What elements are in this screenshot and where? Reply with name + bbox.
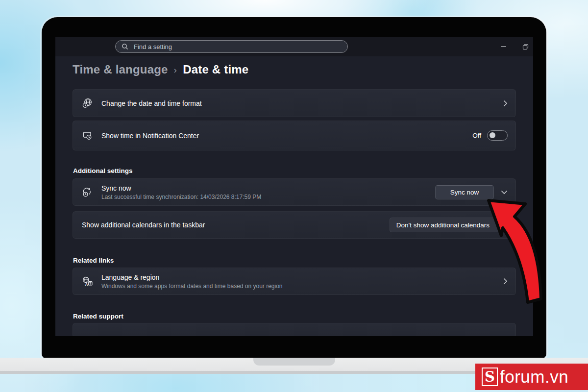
notification-clock-icon bbox=[81, 130, 94, 141]
setting-subtitle: Windows and some apps format dates and t… bbox=[101, 283, 503, 290]
titlebar bbox=[55, 37, 533, 56]
chevron-down-icon[interactable] bbox=[501, 190, 508, 195]
section-header-additional-settings: Additional settings bbox=[73, 167, 516, 174]
language-globe-icon: A bbox=[81, 276, 94, 287]
sforum-logo-text: forum.vn bbox=[500, 367, 568, 387]
chevron-right-icon bbox=[503, 100, 508, 107]
setting-row-notification-center: Show time in Notification Center Off bbox=[73, 121, 516, 150]
minimize-button[interactable] bbox=[500, 43, 508, 50]
toggle-group: Off bbox=[472, 130, 508, 141]
settings-window: Time & language › Date & time bbox=[55, 37, 533, 336]
breadcrumb-parent[interactable]: Time & language bbox=[73, 63, 168, 76]
sync-actions: Sync now bbox=[435, 185, 508, 199]
setting-row-calendars: Show additional calendars in the taskbar… bbox=[73, 211, 516, 239]
setting-label-group: Change the date and time format bbox=[101, 99, 503, 107]
setting-row-language-region[interactable]: A Language & region Windows and some app… bbox=[73, 268, 516, 295]
setting-title: Language & region bbox=[101, 273, 503, 281]
breadcrumb: Time & language › Date & time bbox=[73, 62, 533, 77]
setting-row-partial bbox=[73, 323, 516, 336]
globe-clock-icon bbox=[81, 98, 94, 109]
sync-now-button[interactable]: Sync now bbox=[435, 185, 494, 199]
setting-label: Change the date and time format bbox=[101, 99, 503, 107]
setting-label: Show time in Notification Center bbox=[101, 132, 472, 140]
setting-row-sync-now: Sync now Last successful time synchroniz… bbox=[73, 178, 516, 206]
search-icon bbox=[122, 43, 128, 50]
toggle-state-label: Off bbox=[472, 132, 481, 139]
calendars-dropdown[interactable]: Don't show additional calendars bbox=[390, 218, 508, 232]
setting-row-date-format[interactable]: Change the date and time format bbox=[73, 89, 516, 117]
chevron-down-icon bbox=[495, 223, 501, 227]
sforum-logo-s: S bbox=[482, 368, 498, 386]
laptop-base-notch bbox=[253, 358, 335, 366]
setting-label-group: Language & region Windows and some apps … bbox=[101, 273, 503, 290]
sforum-watermark: S forum.vn bbox=[475, 364, 588, 390]
laptop-frame: Time & language › Date & time bbox=[42, 17, 546, 359]
sync-clock-icon bbox=[81, 187, 94, 198]
settings-list: Change the date and time format bbox=[55, 89, 533, 336]
search-input[interactable] bbox=[133, 43, 342, 51]
dropdown-value: Don't show additional calendars bbox=[396, 221, 490, 229]
section-header-related-support: Related support bbox=[73, 313, 516, 320]
restore-button[interactable] bbox=[521, 43, 529, 50]
setting-title: Sync now bbox=[101, 184, 435, 192]
setting-label-group: Show time in Notification Center bbox=[101, 132, 472, 140]
section-header-related-links: Related links bbox=[73, 257, 516, 264]
watercolor-background: Time & language › Date & time bbox=[0, 0, 588, 392]
breadcrumb-separator-icon: › bbox=[174, 65, 177, 75]
page-title: Date & time bbox=[183, 63, 248, 76]
setting-subtitle: Last successful time synchronization: 14… bbox=[101, 194, 435, 200]
search-input-container[interactable] bbox=[115, 40, 348, 53]
setting-label: Show additional calendars in the taskbar bbox=[81, 221, 390, 229]
toggle-knob bbox=[490, 132, 495, 138]
svg-text:A: A bbox=[85, 282, 88, 287]
chevron-right-icon bbox=[503, 278, 508, 285]
window-controls bbox=[500, 37, 529, 56]
notification-toggle-switch[interactable] bbox=[487, 130, 508, 141]
setting-label-group: Sync now Last successful time synchroniz… bbox=[101, 184, 435, 200]
